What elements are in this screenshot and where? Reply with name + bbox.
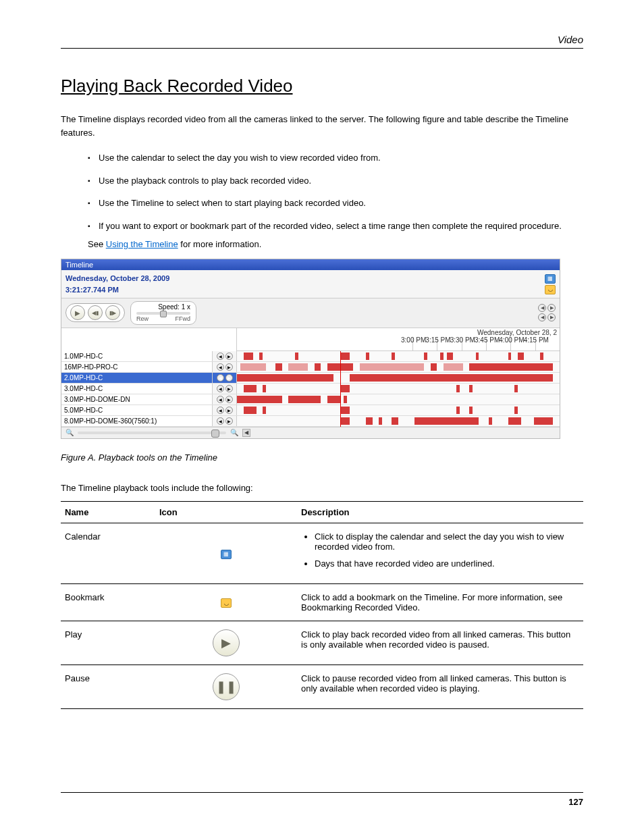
row-next-icon[interactable]: ▶ — [225, 353, 233, 360]
playhead[interactable] — [340, 351, 341, 427]
row-prev-icon[interactable]: ◀ — [217, 374, 224, 382]
tick-label: 3:30 PM — [450, 336, 475, 344]
pan-right-button[interactable]: ▶ — [547, 304, 556, 312]
row-next-icon[interactable]: ▶ — [225, 385, 233, 392]
panel-title: Timeline — [61, 259, 560, 270]
table-row: Pause ❚❚ Click to pause recorded video f… — [61, 664, 583, 708]
camera-row[interactable]: 3.0MP-HD-DOME-DN ◀▶ — [61, 394, 560, 405]
bullet-item: If you want to export or bookmark part o… — [88, 219, 583, 233]
cell-name: Bookmark — [61, 583, 155, 621]
ffwd-label: FFwd — [176, 315, 191, 323]
row-prev-icon[interactable]: ◀ — [217, 385, 224, 392]
time-ruler[interactable]: Wednesday, October 28, 2 3:00 PM 3:15 PM… — [237, 328, 560, 351]
bullet-item: Use the calendar to select the day you w… — [88, 151, 583, 165]
pause-icon: ❚❚ — [213, 673, 240, 700]
recording-track[interactable] — [237, 373, 560, 383]
camera-name: 8.0MP-HD-DOME-360(7560:1) — [61, 416, 213, 426]
bullet-item: Use the playback controls to play back r… — [88, 174, 583, 188]
row-next-icon[interactable]: ▶ — [225, 417, 233, 425]
table-intro: The Timeline playback tools include the … — [61, 483, 583, 493]
zoom-out-icon[interactable]: 🔍 — [65, 429, 74, 436]
current-time: 3:21:27.744 PM — [65, 284, 169, 296]
row-next-icon[interactable]: ▶ — [225, 363, 233, 371]
bookmark-icon: ◡ — [221, 598, 232, 608]
step-forward-button[interactable] — [105, 305, 120, 320]
step-back-button[interactable] — [88, 305, 103, 320]
tick-label: 4:15 PM — [524, 336, 549, 344]
table-row: Bookmark ◡ Click to add a bookmark on th… — [61, 583, 583, 621]
recording-track[interactable] — [237, 416, 560, 426]
cell-name: Play — [61, 621, 155, 664]
th-icon: Icon — [155, 501, 297, 523]
recording-track[interactable] — [237, 394, 560, 405]
desc-bullet: Click to display the calendar and select… — [315, 531, 579, 552]
pan-right2-button[interactable]: ▶ — [547, 313, 556, 321]
cell-desc: Click to play back recorded video from a… — [297, 621, 583, 664]
recording-track[interactable] — [237, 405, 560, 415]
figure-caption: Figure A. Playback tools on the Timeline — [61, 452, 583, 463]
speed-slider[interactable] — [136, 312, 190, 315]
cell-desc: Click to pause recorded video from all l… — [297, 664, 583, 708]
recording-track[interactable] — [237, 384, 560, 394]
table-row: Calendar ▦ Click to display the calendar… — [61, 523, 583, 583]
note-suffix: for more information. — [178, 239, 262, 249]
calendar-icon[interactable]: ▦ — [545, 274, 556, 284]
camera-row[interactable]: 8.0MP-HD-DOME-360(7560:1) ◀▶ — [61, 416, 560, 427]
note-prefix: See — [88, 239, 106, 249]
cell-desc: Click to add a bookmark on the Timeline.… — [297, 583, 583, 621]
pan-left2-button[interactable]: ◀ — [538, 313, 546, 321]
camera-name: 5.0MP-HD-C — [61, 405, 213, 415]
desc-bullet: Days that have recorded video are underl… — [315, 558, 579, 569]
pan-left-button[interactable]: ◀ — [538, 304, 546, 312]
playback-pill — [65, 303, 125, 322]
row-next-icon[interactable]: ▶ — [225, 407, 233, 414]
th-name: Name — [61, 501, 155, 523]
row-prev-icon[interactable]: ◀ — [217, 363, 224, 371]
row-prev-icon[interactable]: ◀ — [217, 417, 224, 425]
cell-desc: Click to display the calendar and select… — [297, 523, 583, 583]
camera-row[interactable]: 5.0MP-HD-C ◀▶ — [61, 405, 560, 416]
timeline-screenshot: Timeline Wednesday, October 28, 2009 3:2… — [61, 259, 560, 439]
camera-row[interactable]: 1.0MP-HD-C ◀▶ — [61, 351, 560, 362]
row-next-icon[interactable]: ▶ — [225, 396, 233, 403]
current-date: Wednesday, October 28, 2009 — [65, 273, 169, 284]
play-button[interactable] — [70, 305, 85, 320]
camera-name: 16MP-HD-PRO-C — [61, 362, 213, 372]
intro-text: The Timeline displays recorded video fro… — [61, 113, 583, 139]
page-title: Playing Back Recorded Video — [61, 76, 583, 97]
row-prev-icon[interactable]: ◀ — [217, 407, 224, 414]
bullet-item: Use the Timeline to select when to start… — [88, 197, 583, 210]
controls-table: Name Icon Description Calendar ▦ Click t… — [61, 501, 583, 709]
bookmark-icon[interactable]: ◡ — [545, 285, 556, 294]
tick-label: 4:00 PM — [499, 336, 524, 344]
zoom-slider[interactable] — [78, 432, 226, 434]
camera-name: 3.0MP-HD-C — [61, 384, 213, 394]
row-prev-icon[interactable]: ◀ — [217, 353, 224, 360]
row-next-icon[interactable]: ▶ — [225, 374, 233, 382]
tick-label: 3:15 PM — [425, 336, 450, 344]
tick-label: 3:45 PM — [475, 336, 500, 344]
table-row: Play ▶ Click to play back recorded video… — [61, 621, 583, 664]
ruler-date: Wednesday, October 28, 2 — [477, 329, 557, 336]
scroll-left-icon[interactable]: ◀ — [242, 429, 250, 437]
cell-name: Pause — [61, 664, 155, 708]
row-prev-icon[interactable]: ◀ — [217, 396, 224, 403]
recording-track[interactable] — [237, 362, 560, 372]
camera-name: 3.0MP-HD-DOME-DN — [61, 394, 213, 405]
camera-row[interactable]: 16MP-HD-PRO-C ◀▶ — [61, 362, 560, 373]
speed-control[interactable]: Speed: 1 x Rew FFwd — [130, 301, 196, 325]
see-note: See Using the Timeline for more informat… — [88, 239, 583, 249]
timeline-link[interactable]: Using the Timeline — [106, 239, 178, 249]
play-icon: ▶ — [213, 629, 240, 656]
cell-name: Calendar — [61, 523, 155, 583]
calendar-icon: ▦ — [221, 550, 232, 559]
camera-name: 2.0MP-HD-C — [61, 373, 213, 383]
camera-row[interactable]: 2.0MP-HD-C ◀▶ — [61, 373, 560, 384]
feature-bullets: Use the calendar to select the day you w… — [88, 151, 583, 232]
th-desc: Description — [297, 501, 583, 523]
zoom-in-icon[interactable]: 🔍 — [230, 429, 238, 436]
camera-row[interactable]: 3.0MP-HD-C ◀▶ — [61, 384, 560, 394]
page-number: 127 — [61, 792, 583, 807]
recording-track[interactable] — [237, 351, 560, 361]
camera-name: 1.0MP-HD-C — [61, 351, 213, 361]
